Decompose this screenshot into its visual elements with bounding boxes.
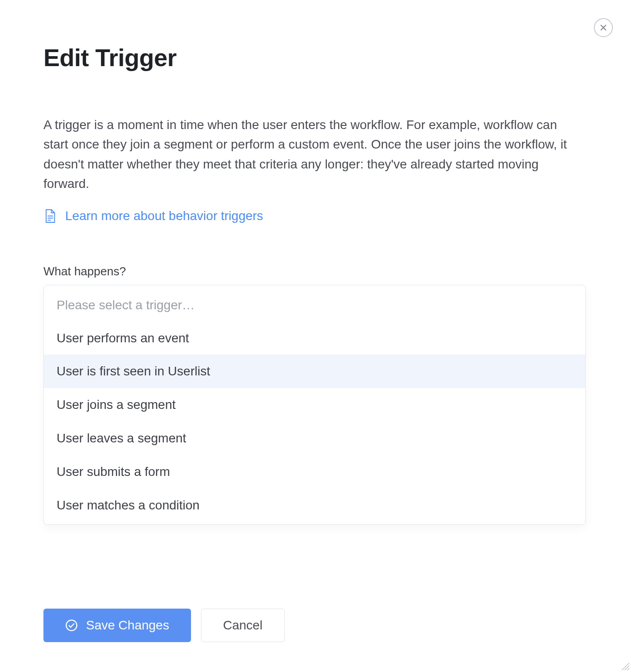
edit-trigger-modal: Edit Trigger A trigger is a moment in ti… [0,0,631,672]
resize-handle-icon [620,661,630,671]
trigger-description: A trigger is a moment in time when the u… [43,115,578,194]
trigger-option[interactable]: User joins a segment [44,388,585,422]
trigger-select-placeholder: Please select a trigger… [44,285,585,322]
trigger-option[interactable]: User leaves a segment [44,422,585,455]
save-button[interactable]: Save Changes [43,609,191,642]
learn-more-text: Learn more about behavior triggers [65,209,263,223]
what-happens-label: What happens? [43,264,588,278]
trigger-option[interactable]: User performs an event [44,322,585,355]
trigger-select[interactable]: Please select a trigger… User performs a… [43,285,586,525]
modal-footer: Save Changes Cancel [43,609,285,642]
learn-more-link[interactable]: Learn more about behavior triggers [43,208,263,224]
close-icon [599,24,607,32]
trigger-option[interactable]: User submits a form [44,455,585,489]
file-icon [43,208,56,224]
close-button[interactable] [594,18,613,37]
cancel-button-label: Cancel [223,619,263,632]
svg-point-0 [66,620,76,630]
cancel-button[interactable]: Cancel [201,609,285,642]
page-title: Edit Trigger [43,43,588,72]
save-button-label: Save Changes [86,619,169,632]
check-circle-icon [65,619,78,632]
trigger-option[interactable]: User is first seen in Userlist [44,355,585,388]
trigger-option[interactable]: User matches a condition [44,489,585,525]
